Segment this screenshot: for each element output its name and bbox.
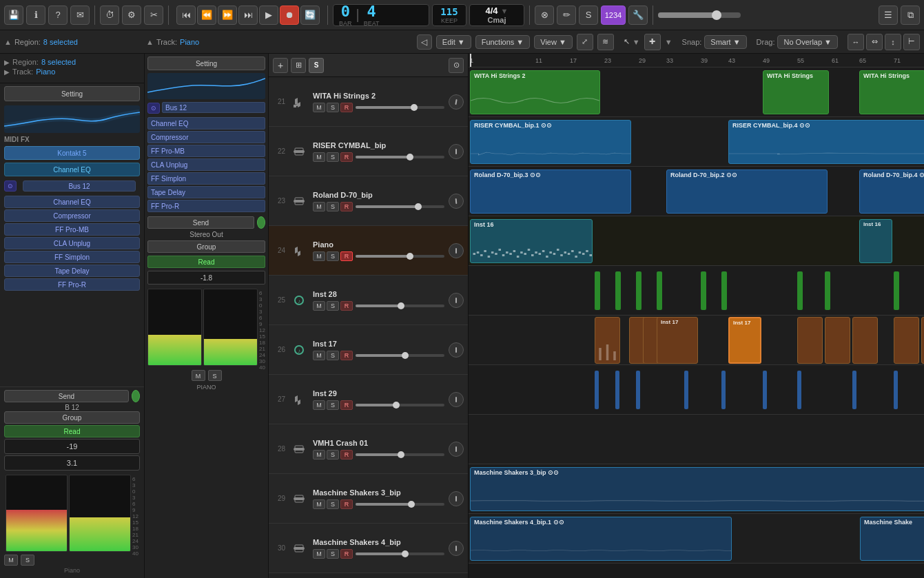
clip-wita-1[interactable]: WITA Hi Strings 2 [470, 70, 600, 114]
pan-knob-22[interactable] [449, 144, 464, 159]
tempo-display[interactable]: 115 KEEP [432, 4, 466, 26]
lpr-bus-icon[interactable]: ⊙ [147, 103, 160, 114]
clip-inst17-1[interactable] [595, 317, 620, 364]
record-arm-25[interactable]: R [340, 301, 353, 311]
list-button[interactable]: ☰ [879, 6, 898, 25]
record-arm-27[interactable]: R [340, 400, 353, 410]
clip-piano-1[interactable]: Inst 16 [470, 219, 593, 263]
volume-slider-28[interactable] [356, 453, 444, 456]
track-settings-button[interactable]: ⊙ [449, 58, 464, 73]
fx-item-ff-pro-mb[interactable]: FF Pro-MB [4, 223, 140, 236]
kontakt-button[interactable]: Kontakt 5 [4, 146, 140, 160]
record-button[interactable]: ⏺ [280, 6, 299, 25]
s-button[interactable]: S [579, 6, 598, 25]
lpr-send-button[interactable]: Send [147, 216, 254, 229]
clip-inst17-4[interactable]: Inst 17 [657, 317, 698, 364]
back-arrow-button[interactable]: ◁ [417, 34, 432, 50]
channel-eq-button[interactable]: Channel EQ [4, 163, 140, 176]
solo-all-button[interactable]: S [309, 58, 324, 73]
fx-item-tape-delay[interactable]: Tape Delay [4, 265, 140, 277]
mute-21[interactable]: M [313, 103, 325, 112]
lpr-tape-delay[interactable]: Tape Delay [147, 186, 265, 198]
bus12-button[interactable]: Bus 12 [23, 180, 136, 192]
lpr-s-button[interactable]: S [208, 370, 222, 381]
clip-piano-2[interactable]: Inst 16 [859, 219, 892, 263]
pan-knob-24[interactable] [449, 243, 464, 258]
waveform-tool-button[interactable]: ≋ [597, 34, 614, 50]
lpr-ff-pro-r[interactable]: FF Pro-R [147, 200, 265, 212]
send-circle[interactable] [132, 390, 140, 402]
rewind-button[interactable]: ⏪ [197, 6, 216, 25]
solo-25[interactable]: S [327, 301, 339, 311]
lpr-bus12-button[interactable]: Bus 12 [162, 102, 265, 113]
add-track-button[interactable]: + [273, 58, 288, 73]
lpr-m-button[interactable]: M [192, 370, 205, 381]
clip-inst17-9[interactable] [921, 317, 924, 364]
volume-slider-26[interactable] [356, 354, 444, 357]
clip-inst17-selected[interactable]: Inst 17 [728, 317, 761, 364]
help-button[interactable]: ? [48, 6, 68, 25]
lpr-cla-unplug[interactable]: CLA Unplug [147, 158, 265, 171]
volume-slider-25[interactable] [356, 305, 444, 307]
blue-clip-2[interactable] [615, 371, 619, 409]
mute-24[interactable]: M [313, 251, 325, 261]
master-volume-slider[interactable] [658, 12, 741, 18]
pan-knob-26[interactable] [449, 342, 464, 358]
solo-22[interactable]: S [327, 152, 339, 162]
blue-clip-1[interactable] [595, 371, 599, 409]
lpr-setting-button[interactable]: Setting [147, 56, 265, 70]
edit-dropdown[interactable]: Edit ▼ [436, 35, 471, 49]
record-arm-23[interactable]: R [340, 202, 353, 211]
pan-knob-23[interactable] [449, 194, 464, 209]
fx-item-cla-unplug[interactable]: CLA Unplug [4, 237, 140, 249]
pencil-tool-button[interactable]: ✚ [644, 34, 661, 50]
to-end-button[interactable]: ⏭ [238, 6, 258, 25]
clip-roland-1[interactable]: Roland D-70_bip.3 ⊙⊙ [470, 169, 631, 214]
solo-30[interactable]: S [327, 549, 339, 559]
clip-inst17-7[interactable] [852, 317, 878, 364]
record-arm-28[interactable]: R [340, 450, 353, 460]
info-button[interactable]: ℹ [26, 6, 45, 25]
beat-clip-2[interactable] [615, 271, 621, 310]
cycle-button[interactable]: 🔄 [300, 6, 320, 25]
pan-knob-27[interactable] [449, 392, 464, 407]
solo-main-button[interactable]: S [21, 555, 34, 566]
cursor-dropdown[interactable]: ▼ [633, 38, 640, 46]
clip-inst17-5[interactable] [797, 317, 823, 364]
functions-dropdown[interactable]: Functions ▼ [475, 35, 531, 49]
group-button[interactable]: Group [4, 411, 140, 424]
record-arm-22[interactable]: R [340, 152, 353, 162]
record-arm-24[interactable]: R [340, 251, 353, 261]
pan-knob-21[interactable] [449, 94, 464, 110]
blue-clip-8[interactable] [852, 371, 856, 409]
mute-29[interactable]: M [313, 499, 325, 509]
lpr-compressor[interactable]: Compressor [147, 131, 265, 143]
mute-23[interactable]: M [313, 202, 325, 211]
volume-slider-22[interactable] [356, 156, 444, 158]
read-button[interactable]: Read [4, 425, 140, 437]
pan-knob-25[interactable] [449, 293, 464, 308]
lpr-group-button[interactable]: Group [147, 240, 265, 253]
beat-clip-9[interactable] [894, 271, 899, 310]
blue-clip-5[interactable] [721, 371, 726, 409]
lpr-channel-eq[interactable]: Channel EQ [147, 117, 265, 130]
track-height-button[interactable]: ↕ [885, 34, 901, 50]
metronome-button[interactable]: ⏱ [100, 6, 119, 25]
pan-knob-28[interactable] [449, 442, 464, 457]
beat-clip-7[interactable] [797, 271, 803, 310]
lpr-send-circle[interactable] [257, 216, 265, 229]
setting-button[interactable]: Setting [4, 86, 140, 101]
beat-clip-1[interactable] [595, 271, 600, 310]
volume-slider-24[interactable] [356, 255, 444, 258]
monitor-button[interactable]: 1234 [601, 6, 626, 25]
fx-item-channel-eq[interactable]: Channel EQ [4, 196, 140, 208]
volume-slider-23[interactable] [356, 205, 444, 208]
resize-tool-button[interactable]: ⤢ [577, 34, 593, 50]
blue-clip-3[interactable] [636, 371, 640, 409]
mute-main-button[interactable]: M [4, 555, 18, 566]
clip-roland-2[interactable]: Roland D-70_bip.2 ⊙⊙ [666, 169, 828, 214]
blue-clip-7[interactable] [797, 371, 801, 409]
clip-inst17-8[interactable] [894, 317, 919, 364]
volume-slider-29[interactable] [356, 503, 444, 506]
go-to-start-button[interactable]: ⏮ [176, 6, 196, 25]
